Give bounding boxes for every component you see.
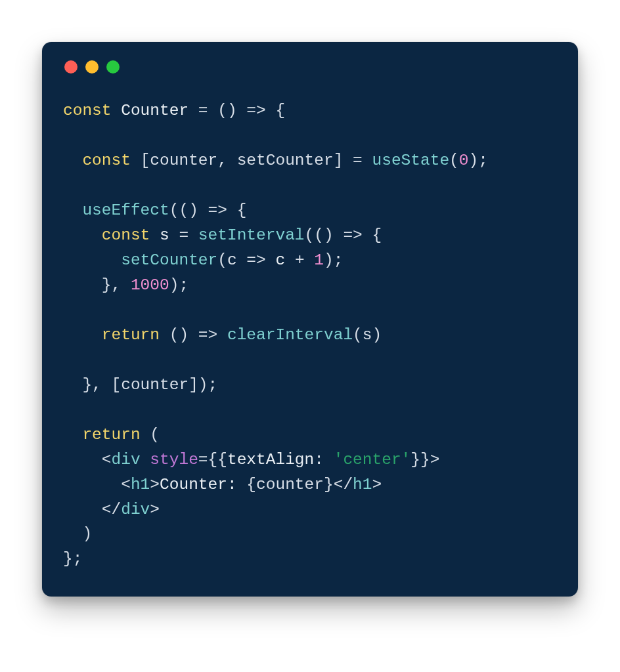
zoom-icon[interactable] <box>106 60 120 74</box>
window-controls <box>64 60 560 74</box>
code-token: {counter} <box>246 476 333 494</box>
code-token: 0 <box>459 152 469 169</box>
code-token: h1 <box>131 476 150 494</box>
code-block: const Counter = () => { const [counter, … <box>60 98 560 574</box>
code-token: { <box>275 102 285 119</box>
code-token: > <box>150 501 160 518</box>
code-token: }; <box>63 550 82 568</box>
code-token: ); <box>324 251 343 269</box>
code-token <box>63 426 82 444</box>
code-token: = <box>198 102 217 119</box>
code-token: : <box>314 451 333 469</box>
code-token: div <box>121 501 150 518</box>
code-token: { <box>237 201 247 219</box>
code-token: Counter <box>121 102 198 119</box>
code-token: (() <box>169 201 208 219</box>
code-token: useState <box>372 152 449 169</box>
code-token: useEffect <box>82 201 169 219</box>
code-token: }, [counter]); <box>63 376 217 394</box>
code-token: </ <box>102 501 121 518</box>
code-token: Counter: <box>160 476 246 494</box>
code-token: > <box>372 476 382 494</box>
code-token: const <box>102 226 160 244</box>
code-token: return <box>82 426 150 444</box>
code-token <box>63 501 102 518</box>
code-token: => <box>343 226 372 244</box>
code-token: (() <box>305 226 343 244</box>
code-token: => <box>246 102 275 119</box>
code-card: const Counter = () => { const [counter, … <box>42 42 578 597</box>
code-token <box>63 201 82 219</box>
code-token: => <box>246 251 275 269</box>
code-token: textAlign <box>227 451 314 469</box>
code-token <box>63 226 102 244</box>
code-token: (s) <box>353 326 382 344</box>
code-token: style <box>150 451 198 469</box>
code-token: const <box>82 152 140 169</box>
code-token: 'center' <box>334 451 411 469</box>
code-token: > <box>150 476 160 494</box>
code-token: < <box>121 476 131 494</box>
code-token: const <box>63 102 121 119</box>
close-icon[interactable] <box>64 60 78 74</box>
code-token: h1 <box>353 476 372 494</box>
code-token: s <box>160 226 179 244</box>
code-token: setCounter <box>121 251 217 269</box>
stage: const Counter = () => { const [counter, … <box>0 0 620 672</box>
code-token <box>63 476 121 494</box>
code-token: ); <box>169 276 188 294</box>
code-token: clearInterval <box>227 326 353 344</box>
code-token: ); <box>469 152 488 169</box>
code-token: ( <box>449 152 459 169</box>
code-token: = <box>179 226 198 244</box>
minimize-icon[interactable] <box>85 60 99 74</box>
code-token: ) <box>63 525 92 543</box>
code-token: }, <box>63 276 131 294</box>
code-token: [counter, setCounter] <box>141 152 353 169</box>
code-token: }}> <box>410 451 439 469</box>
code-token: return <box>102 326 169 344</box>
code-token <box>63 451 102 469</box>
code-token: => <box>208 201 237 219</box>
code-token: = <box>353 152 372 169</box>
code-token <box>63 326 102 344</box>
code-token: () <box>217 102 246 119</box>
code-token <box>63 251 121 269</box>
code-token: { <box>372 226 382 244</box>
code-token: </ <box>334 476 353 494</box>
code-token <box>63 152 82 169</box>
code-token: (c <box>217 251 246 269</box>
code-token: => <box>198 326 227 344</box>
code-token: + <box>295 251 314 269</box>
code-token: < <box>102 451 112 469</box>
code-token: 1 <box>314 251 324 269</box>
code-token: ={{ <box>198 451 227 469</box>
code-token: 1000 <box>131 276 169 294</box>
code-token: div <box>112 451 150 469</box>
code-token: ( <box>150 426 160 444</box>
code-token: setInterval <box>198 226 305 244</box>
code-token: c <box>275 251 294 269</box>
code-token: () <box>169 326 198 344</box>
